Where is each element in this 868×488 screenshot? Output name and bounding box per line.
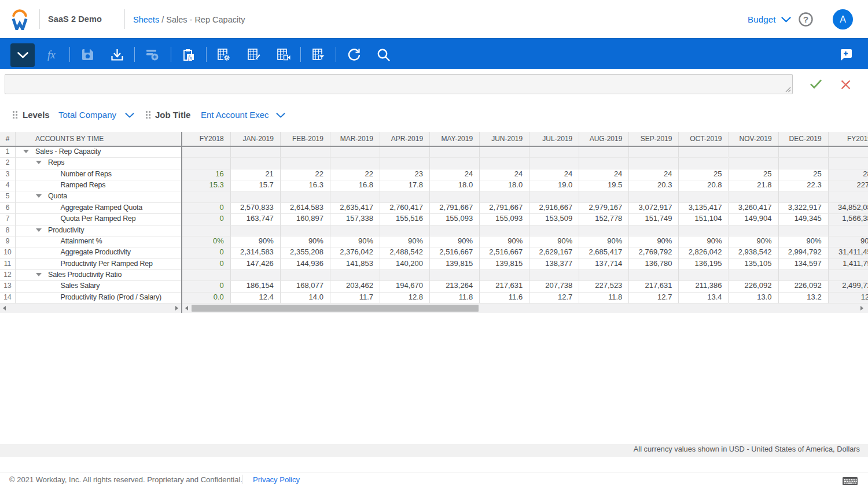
svg-text:fx: fx bbox=[47, 49, 56, 61]
svg-text:?: ? bbox=[803, 14, 808, 24]
svg-text:fx: fx bbox=[188, 55, 193, 61]
